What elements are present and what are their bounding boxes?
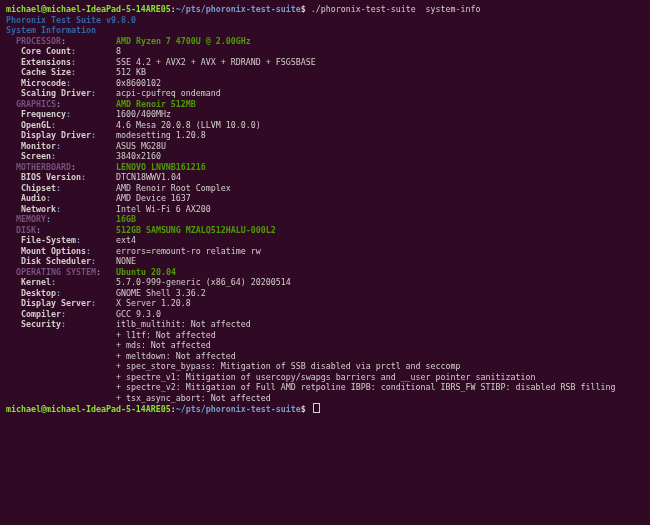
field-value: AMD Device 1637: [116, 193, 191, 203]
field-value: GCC 9.3.0: [116, 309, 161, 319]
section-headline: 16GB: [116, 214, 136, 224]
security-line: + tsx_async_abort: Not affected: [116, 393, 271, 403]
line: Display Driver: modesetting 1.20.8: [6, 130, 644, 141]
cursor-icon[interactable]: [313, 403, 320, 413]
line: Desktop: GNOME Shell 3.36.2: [6, 288, 644, 299]
line: Network: Intel Wi-Fi 6 AX200: [6, 204, 644, 215]
field-value: ASUS MG28U: [116, 141, 166, 151]
field-value: AMD Renoir Root Complex: [116, 183, 231, 193]
field-label: Cache Size: [21, 67, 71, 77]
field-value: GNOME Shell 3.36.2: [116, 288, 206, 298]
line: Security: itlb_multihit: Not affected: [6, 319, 644, 330]
field-label: Mount Options: [21, 246, 86, 256]
line: + spectre_v2: Mitigation of Full AMD ret…: [6, 382, 644, 393]
field-value: itlb_multihit: Not affected: [116, 319, 251, 329]
prompt-path: ~/pts/phoronix-test-suite: [176, 4, 301, 14]
line: Core Count: 8: [6, 46, 644, 57]
field-label: File-System: [21, 235, 76, 245]
field-label: Kernel: [21, 277, 51, 287]
section-name: MEMORY: [16, 214, 46, 224]
field-label: Extensions: [21, 57, 71, 67]
security-line: + mds: Not affected: [116, 340, 211, 350]
field-label: Microcode: [21, 78, 66, 88]
line: Frequency: 1600/400MHz: [6, 109, 644, 120]
field-label: Compiler: [21, 309, 61, 319]
field-label: Chipset: [21, 183, 56, 193]
field-value: 8: [116, 46, 121, 56]
line: + spectre_v1: Mitigation of usercopy/swa…: [6, 372, 644, 383]
security-line: + meltdown: Not affected: [116, 351, 236, 361]
section-name: OPERATING SYSTEM: [16, 267, 96, 277]
line: MEMORY: 16GB: [6, 214, 644, 225]
prompt-user-host: michael@michael-IdeaPad-5-14ARE05: [6, 404, 171, 414]
section-headline: 512GB SAMSUNG MZALQ512HALU-000L2: [116, 225, 276, 235]
security-line: + spectre_v1: Mitigation of usercopy/swa…: [116, 372, 536, 382]
field-value: modesetting 1.20.8: [116, 130, 206, 140]
field-label: OpenGL: [21, 120, 51, 130]
section-headline: AMD Renoir 512MB: [116, 99, 196, 109]
field-label: Security: [21, 319, 61, 329]
section-name: PROCESSOR: [16, 36, 61, 46]
line: Audio: AMD Device 1637: [6, 193, 644, 204]
field-value: 3840x2160: [116, 151, 161, 161]
field-value: Intel Wi-Fi 6 AX200: [116, 204, 211, 214]
field-value: 1600/400MHz: [116, 109, 171, 119]
field-value: errors=remount-ro relatime rw: [116, 246, 261, 256]
section-name: DISK: [16, 225, 36, 235]
line: michael@michael-IdeaPad-5-14ARE05:~/pts/…: [6, 403, 644, 415]
field-label: Monitor: [21, 141, 56, 151]
line: Disk Scheduler: NONE: [6, 256, 644, 267]
field-value: DTCN18WWV1.04: [116, 172, 181, 182]
prompt-user-host: michael@michael-IdeaPad-5-14ARE05: [6, 4, 171, 14]
security-line: + spectre_v2: Mitigation of Full AMD ret…: [116, 382, 616, 392]
line: MOTHERBOARD: LENOVO LNVNB161216: [6, 162, 644, 173]
prompt-path: ~/pts/phoronix-test-suite: [176, 404, 301, 414]
line: System Information: [6, 25, 644, 36]
field-value: ext4: [116, 235, 136, 245]
line: Mount Options: errors=remount-ro relatim…: [6, 246, 644, 257]
line: Extensions: SSE 4.2 + AVX2 + AVX + RDRAN…: [6, 57, 644, 68]
section-name: MOTHERBOARD: [16, 162, 71, 172]
field-label: BIOS Version: [21, 172, 81, 182]
line: Display Server: X Server 1.20.8: [6, 298, 644, 309]
command-text[interactable]: ./phoronix-test-suite system-info: [311, 4, 481, 14]
line: + mds: Not affected: [6, 340, 644, 351]
line: Phoronix Test Suite v9.8.0: [6, 15, 644, 26]
field-value: 4.6 Mesa 20.0.8 (LLVM 10.0.0): [116, 120, 261, 130]
field-value: 5.7.0-999-generic (x86_64) 20200514: [116, 277, 291, 287]
line: + l1tf: Not affected: [6, 330, 644, 341]
line: Monitor: ASUS MG28U: [6, 141, 644, 152]
line: Microcode: 0x8600102: [6, 78, 644, 89]
terminal-output: michael@michael-IdeaPad-5-14ARE05:~/pts/…: [0, 0, 650, 419]
field-label: Display Driver: [21, 130, 91, 140]
line: Kernel: 5.7.0-999-generic (x86_64) 20200…: [6, 277, 644, 288]
field-label: Audio: [21, 193, 46, 203]
line: + spec_store_bypass: Mitigation of SSB d…: [6, 361, 644, 372]
line: BIOS Version: DTCN18WWV1.04: [6, 172, 644, 183]
line: Chipset: AMD Renoir Root Complex: [6, 183, 644, 194]
field-label: Network: [21, 204, 56, 214]
section-name: GRAPHICS: [16, 99, 56, 109]
line: File-System: ext4: [6, 235, 644, 246]
line: DISK: 512GB SAMSUNG MZALQ512HALU-000L2: [6, 225, 644, 236]
line: + tsx_async_abort: Not affected: [6, 393, 644, 404]
field-label: Disk Scheduler: [21, 256, 91, 266]
field-value: NONE: [116, 256, 136, 266]
field-label: Frequency: [21, 109, 66, 119]
line: Compiler: GCC 9.3.0: [6, 309, 644, 320]
prompt-dollar: $: [301, 4, 311, 14]
line: Cache Size: 512 KB: [6, 67, 644, 78]
security-line: + spec_store_bypass: Mitigation of SSB d…: [116, 361, 461, 371]
line: OPERATING SYSTEM: Ubuntu 20.04: [6, 267, 644, 278]
suite-version: Phoronix Test Suite v9.8.0: [6, 15, 136, 25]
field-label: Scaling Driver: [21, 88, 91, 98]
field-value: acpi-cpufreq ondemand: [116, 88, 221, 98]
security-line: + l1tf: Not affected: [116, 330, 216, 340]
prompt-dollar: $: [301, 404, 311, 414]
field-value: 0x8600102: [116, 78, 161, 88]
line: GRAPHICS: AMD Renoir 512MB: [6, 99, 644, 110]
line: + meltdown: Not affected: [6, 351, 644, 362]
line: Screen: 3840x2160: [6, 151, 644, 162]
line: Scaling Driver: acpi-cpufreq ondemand: [6, 88, 644, 99]
system-info-heading: System Information: [6, 25, 96, 35]
